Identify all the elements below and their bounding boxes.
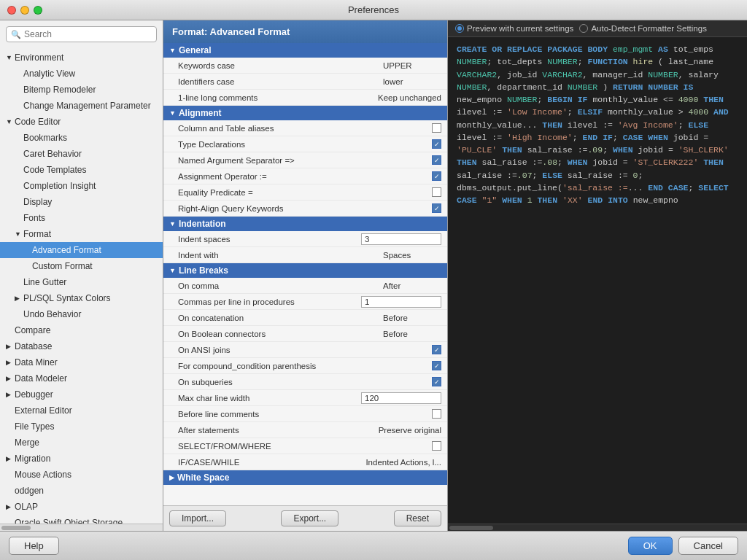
checkbox-named-arg[interactable]: ✓ [432, 155, 441, 165]
setting-on-concat[interactable]: On concatenation Before [163, 310, 447, 326]
section-white-space[interactable]: ▶ White Space [163, 470, 447, 485]
checkbox-right-align[interactable]: ✓ [432, 203, 441, 213]
setting-select-from-where[interactable]: SELECT/FROM/WHERE [163, 438, 447, 454]
tree-item-advanced-format[interactable]: Advanced Format [0, 242, 163, 258]
setting-commas-per-line[interactable]: Commas per line in procedures [163, 294, 447, 310]
checkbox-compound-condition[interactable]: ✓ [432, 361, 441, 370]
left-panel: 🔍 ▼ Environment Analytic View Bitemp Rem… [0, 20, 163, 531]
section-general[interactable]: ▼ General [163, 43, 447, 58]
tree-label: Mouse Actions [15, 468, 71, 481]
tree-item-data-miner[interactable]: ▶ Data Miner [0, 354, 163, 370]
tree-item-migration[interactable]: ▶ Migration [0, 451, 163, 467]
tree-item-analytic-view[interactable]: Analytic View [0, 66, 163, 82]
tree-item-mouse-actions[interactable]: Mouse Actions [0, 467, 163, 483]
section-line-breaks[interactable]: ▼ Line Breaks [163, 263, 447, 278]
setting-assignment-op[interactable]: Assignment Operator := ✓ [163, 168, 447, 184]
tree-item-caret[interactable]: Caret Behavior [0, 146, 163, 162]
checkbox-subqueries[interactable]: ✓ [432, 377, 441, 386]
checkbox-equality-pred[interactable] [432, 187, 441, 197]
tree-item-data-modeler[interactable]: ▶ Data Modeler [0, 370, 163, 386]
setting-equality-pred[interactable]: Equality Predicate = [163, 184, 447, 201]
tree-item-display[interactable]: Display [0, 194, 163, 210]
tree-item-file-types[interactable]: File Types [0, 419, 163, 435]
setting-compound-condition[interactable]: For compound_condition parenthesis ✓ [163, 358, 447, 374]
tree-item-line-gutter[interactable]: Line Gutter [0, 274, 163, 290]
indent-spaces-input[interactable] [361, 233, 441, 245]
checkbox-assignment-op[interactable]: ✓ [432, 171, 441, 181]
tree-item-completion[interactable]: Completion Insight [0, 178, 163, 194]
tree-label: Merge [15, 436, 39, 449]
tree-item-code-templates[interactable]: Code Templates [0, 162, 163, 178]
checkbox-col-aliases[interactable] [432, 123, 441, 133]
ok-button[interactable]: OK [628, 537, 673, 555]
setting-max-char-width[interactable]: Max char line width [163, 390, 447, 406]
radio-auto-detect[interactable]: Auto-Detect Formatter Settings [579, 24, 707, 33]
tree-item-environment[interactable]: ▼ Environment [0, 50, 163, 66]
tree-item-external-editor[interactable]: External Editor [0, 402, 163, 419]
right-panel-scrollbar[interactable] [448, 524, 747, 531]
tree-label: Data Modeler [15, 372, 67, 385]
radio-preview-current[interactable]: Preview with current settings [455, 24, 573, 33]
tree-item-bitemp[interactable]: Bitemp Remodeler [0, 82, 163, 98]
setting-keywords-case[interactable]: Keywords case UPPER [163, 58, 447, 74]
tree-item-change-mgmt[interactable]: Change Management Parameter [0, 98, 163, 114]
tree-item-custom-format[interactable]: Custom Format [0, 258, 163, 274]
window-controls[interactable] [7, 6, 42, 15]
radio-dot[interactable] [579, 24, 588, 33]
section-alignment[interactable]: ▼ Alignment [163, 106, 447, 120]
setting-on-subqueries[interactable]: On subqueries ✓ [163, 374, 447, 390]
setting-1line-comments[interactable]: 1-line long comments Keep unchanged [163, 90, 447, 106]
cancel-button[interactable]: Cancel [678, 537, 738, 555]
setting-indent-with[interactable]: Indent with Spaces [163, 247, 447, 263]
left-panel-scrollbar[interactable] [0, 524, 163, 531]
setting-on-ansi-joins[interactable]: On ANSI joins ✓ [163, 342, 447, 358]
tree-item-debugger[interactable]: ▶ Debugger [0, 386, 163, 402]
setting-right-align[interactable]: Right-Align Query Keywords ✓ [163, 201, 447, 217]
checkbox-before-line-comments[interactable] [432, 409, 441, 419]
tree-item-merge[interactable]: Merge [0, 435, 163, 451]
setting-type-decl[interactable]: Type Declarations ✓ [163, 136, 447, 152]
maximize-button[interactable] [34, 6, 42, 15]
scroll-thumb[interactable] [1, 526, 31, 530]
setting-named-arg[interactable]: Named Argument Separator => ✓ [163, 152, 447, 168]
setting-if-case-while[interactable]: IF/CASE/WHILE Indented Actions, l... [163, 454, 447, 470]
help-button[interactable]: Help [9, 537, 59, 555]
tree-item-oddgen[interactable]: oddgen [0, 483, 163, 499]
tree-item-olap[interactable]: ▶ OLAP [0, 499, 163, 515]
tree-item-oracle-swift[interactable]: Oracle Swift Object Storage [0, 515, 163, 524]
radio-dot[interactable] [455, 24, 464, 33]
h-scroll-thumb[interactable] [449, 526, 493, 530]
max-char-width-input[interactable] [361, 392, 441, 404]
setting-before-line-comments[interactable]: Before line comments [163, 406, 447, 422]
checkbox-select-from-where[interactable] [432, 441, 441, 451]
checkbox-type-decl[interactable]: ✓ [432, 139, 441, 149]
setting-identifiers-case[interactable]: Identifiers case lower [163, 74, 447, 90]
reset-button[interactable]: Reset [394, 510, 441, 526]
tree-item-plsql-syntax[interactable]: ▶ PL/SQL Syntax Colors [0, 290, 163, 306]
tree-item-fonts[interactable]: Fonts [0, 210, 163, 226]
setting-after-statements[interactable]: After statements Preserve original [163, 422, 447, 438]
setting-on-bool-conn[interactable]: On Boolean connectors Before [163, 326, 447, 342]
setting-indent-spaces[interactable]: Indent spaces [163, 231, 447, 247]
checkbox-ansi-joins[interactable]: ✓ [432, 345, 441, 354]
tree-label: Data Miner [15, 356, 58, 369]
tree-item-code-editor[interactable]: ▼ Code Editor [0, 114, 163, 130]
settings-scroll[interactable]: ▼ General Keywords case UPPER Identifier… [163, 43, 447, 505]
setting-label: On ANSI joins [178, 346, 432, 354]
search-box[interactable]: 🔍 [6, 26, 157, 42]
tree-item-database[interactable]: ▶ Database [0, 338, 163, 354]
section-indentation[interactable]: ▼ Indentation [163, 217, 447, 231]
setting-label: Assignment Operator := [178, 172, 432, 181]
setting-on-comma[interactable]: On comma After [163, 278, 447, 294]
tree-item-undo[interactable]: Undo Behavior [0, 306, 163, 322]
minimize-button[interactable] [20, 6, 29, 15]
commas-per-line-input[interactable] [361, 296, 441, 308]
setting-col-table-aliases[interactable]: Column and Table aliases [163, 120, 447, 136]
tree-item-compare[interactable]: Compare [0, 322, 163, 338]
tree-item-bookmarks[interactable]: Bookmarks [0, 130, 163, 146]
search-input[interactable] [24, 29, 152, 39]
tree-item-format[interactable]: ▼ Format [0, 226, 163, 242]
export-button[interactable]: Export... [281, 510, 338, 526]
close-button[interactable] [7, 6, 16, 15]
import-button[interactable]: Import... [169, 510, 226, 526]
